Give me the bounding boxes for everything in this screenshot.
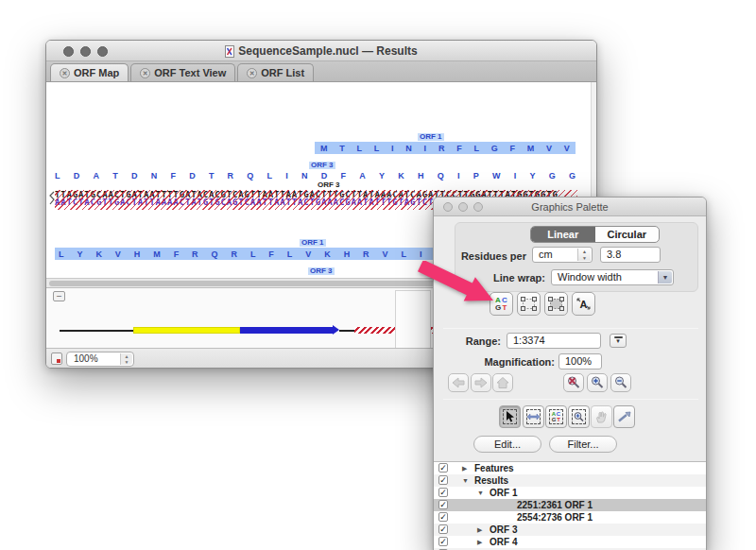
tree-row-label: ORF 4 [490,536,517,548]
tree-row-orf-1[interactable]: ✓▼ORF 1 [434,487,707,499]
forward-button[interactable] [471,373,491,392]
results-titlebar[interactable]: SequenceSample.nucl — Results [46,41,596,61]
tab-bar: ✕ORF Map✕ORF Text View✕ORF List [46,61,596,82]
disclosure-triangle-icon[interactable]: ▶ [477,536,482,548]
orf1-label-block2: ORF 1 [300,239,326,247]
fit-to-window-button[interactable] [544,292,568,316]
residues-value: 3.8 [607,249,621,260]
font-size-button[interactable]: A [572,292,595,316]
fit-to-selection-button[interactable] [517,292,541,316]
graphics-palette-window: Graphics Palette Linear Circular Residue… [433,197,707,550]
tree-row-features[interactable]: ✓▶Features [434,462,707,474]
zoom-in-button[interactable] [587,373,608,392]
zoom-out-button[interactable] [610,373,631,392]
chevron-down-icon: ▼ [658,271,672,284]
edit-button[interactable]: Edit... [473,436,541,453]
disclosure-triangle-icon[interactable]: ▼ [477,487,484,499]
visibility-checkbox[interactable]: ✓ [438,463,448,473]
tree-row-orf-4[interactable]: ✓▶ORF 4 [434,536,707,548]
residues-value-field[interactable]: 3.8 [600,247,661,263]
separator [443,399,698,400]
magnification-field[interactable]: 100% [558,353,602,370]
visibility-checkbox[interactable]: ✓ [438,524,448,534]
reset-zoom-button[interactable] [563,373,584,392]
linear-segment[interactable]: Linear [531,227,595,242]
zoom-window-button[interactable] [473,202,483,212]
tab-orf-map[interactable]: ✕ORF Map [50,63,129,81]
tab-close-icon[interactable]: ✕ [140,68,150,78]
page-setup-icon[interactable] [51,352,62,365]
residues-unit-value: cm [539,249,553,260]
features-results-tree: ✓▶Features✓▼Results✓▼ORF 1✓2251:2361 ORF… [434,461,707,550]
stepper-icon[interactable]: ▲▼ [120,353,132,365]
magnifier-cancel-icon [566,375,581,390]
overview-zoom-select[interactable]: 100% ▲▼ [66,352,134,367]
dashed-selection-icon [526,409,541,424]
tab-label: ORF List [261,67,304,78]
overview-zoom-value: 100% [74,353,98,364]
tree-row-label: Results [474,474,508,487]
eyedropper-tool-button[interactable] [613,405,635,428]
separator [443,328,698,329]
tree-row-label: 2251:2361 ORF 1 [517,499,593,511]
fit-frame-icon [521,297,537,311]
close-window-button[interactable] [443,202,453,212]
visibility-checkbox[interactable]: ✓ [438,537,448,546]
tree-row-2251-2361-orf-1[interactable]: ✓2251:2361 ORF 1 [434,499,707,511]
back-button[interactable] [448,373,469,392]
tab-close-icon[interactable]: ✕ [60,68,70,78]
minimize-window-button[interactable] [458,202,468,212]
disclosure-triangle-icon[interactable]: ▼ [462,474,469,487]
tab-label: ORF Map [74,67,119,78]
letter-resize-icon: A [576,297,592,311]
visibility-checkbox[interactable]: ✓ [438,500,448,509]
amino-acid-row-orf3-block1: LDATDNFDTRQLINDFAYKHQIPWIYGG [55,170,576,181]
select-tool-button[interactable] [499,405,521,428]
annotation-arrow-icon [416,261,501,308]
tab-orf-list[interactable]: ✕ORF List [237,63,314,81]
orf3-dna-label-block1: ORF 3 [316,181,342,189]
visibility-checkbox[interactable]: ✓ [438,475,448,485]
tree-row-2554-2736-orf-1[interactable]: ✓2554:2736 ORF 1 [434,511,707,524]
tab-label: ORF Text View [154,67,226,78]
tree-row-label: Features [474,462,514,474]
window-title: SequenceSample.nucl — Results [238,44,417,58]
forward-arrow-icon [473,376,489,389]
line-wrap-value: Window width [558,271,622,283]
zoom-select-tool-button[interactable] [568,405,590,428]
range-label: Range: [457,335,501,347]
tab-orf-text-view[interactable]: ✕ORF Text View [130,63,235,81]
palette-titlebar[interactable]: Graphics Palette [434,198,706,216]
orf3-label-block2: ORF 3 [308,267,335,275]
visibility-checkbox[interactable]: ✓ [438,488,448,497]
visibility-checkbox[interactable]: ✓ [438,512,448,522]
hand-tool-button[interactable] [591,405,612,428]
filter-button[interactable]: Filter... [549,436,617,453]
palette-title: Graphics Palette [531,201,608,213]
feature-segment-blue[interactable] [240,327,333,334]
circular-segment[interactable]: Circular [595,227,660,242]
range-select-tool-button[interactable] [523,405,544,428]
amino-acid-row-orf1-block1: MTLLINIRFLGFMVV [320,143,570,154]
orf1-highlight-block1[interactable]: MTLLINIRFLGFMVV [315,142,576,154]
collapse-overview-button[interactable]: – [53,291,65,301]
sequence-select-tool-button[interactable]: ACGT [545,405,567,428]
feature-segment-yellow[interactable] [133,327,240,334]
disclosure-triangle-icon[interactable]: ▶ [477,524,482,536]
orf3-label-block1: ORF 3 [309,162,335,169]
eyedropper-icon [617,410,632,423]
disclosure-triangle-icon[interactable]: ▶ [462,462,467,474]
range-presets-button[interactable]: ▾ [610,334,627,348]
magnifier-plus-icon [590,375,605,390]
line-wrap-dropdown[interactable]: Window width ▼ [551,269,674,285]
home-button[interactable] [492,373,513,392]
range-field[interactable]: 1:3374 [507,333,601,349]
tree-row-orf-3[interactable]: ✓▶ORF 3 [434,524,707,536]
tree-row-results[interactable]: ✓▼Results [434,474,707,487]
dashed-selection-icon [572,409,586,424]
stepper-icon[interactable]: ▲▼ [577,249,591,261]
magnifier-minus-icon [613,375,628,390]
residues-unit-dropdown[interactable]: cm ▲▼ [532,247,593,263]
tab-close-icon[interactable]: ✕ [247,68,257,78]
dashed-selection-icon [503,409,517,424]
